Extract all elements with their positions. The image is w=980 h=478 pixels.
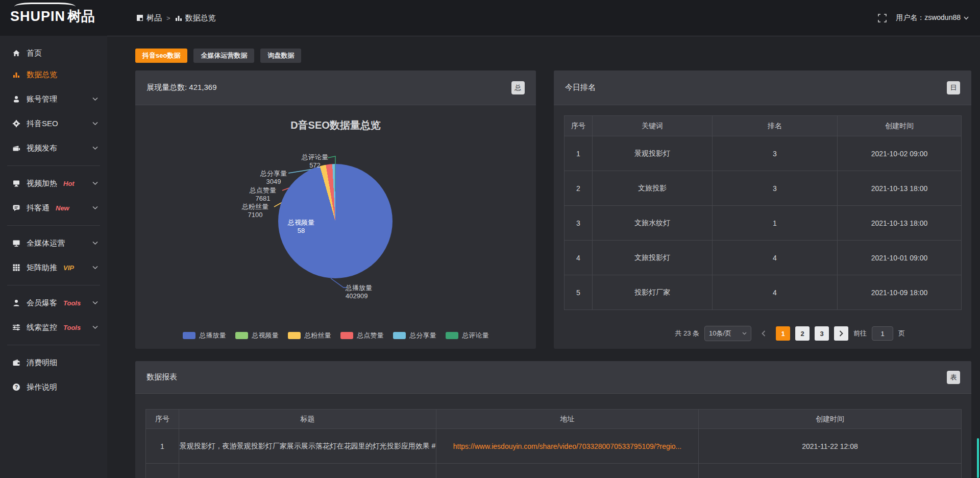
chevron-right-icon [839,330,843,337]
goto-page-input[interactable] [872,326,893,341]
username-label: 用户名：zswodun88 [896,13,961,22]
sidebar-item-label: 会员爆客 [27,298,57,308]
breadcrumb-current-label: 数据总览 [185,13,216,23]
pagination-total: 共 23 条 [675,329,699,338]
sidebar-item-omnimedia[interactable]: 全媒体运营 [0,231,107,255]
chart-legend: 总播放量 总视频量 总粉丝量 总点赞量 总分享量 总评论量 [135,331,536,340]
table-row: 5 投影灯厂家 4 2021-10-09 18:00 [565,275,962,310]
column-header-created: 创建时间 [699,410,962,429]
tools-badge: Tools [63,299,81,307]
pie-label-likes: 总点赞量 7681 [237,186,288,203]
prev-page-button[interactable] [756,326,771,341]
day-mode-button[interactable]: 日 [947,81,960,94]
sidebar-item-label: 账号管理 [27,94,57,104]
column-header-title: 标题 [179,410,436,429]
sidebar-item-label: 首页 [27,49,42,58]
chart-title: D音SEO数据量总览 [135,118,536,132]
app-logo[interactable]: SHUPIN 树品 [10,7,95,26]
sidebar-divider [7,345,100,345]
table-row-partial [146,464,962,478]
next-page-button[interactable] [834,326,848,341]
user-menu[interactable]: 用户名：zswodun88 [896,13,969,22]
ranking-table: 序号 关键词 排名 创建时间 1 景观投影灯 3 2021-10-02 09:0… [564,115,962,310]
sidebar-item-douyin-seo[interactable]: 抖音SEO [0,111,107,136]
legend-item-fans[interactable]: 总粉丝量 [288,331,331,340]
table-row: 2 文旅投影 3 2021-10-13 18:00 [565,171,962,206]
goto-suffix: 页 [898,329,905,338]
chevron-down-icon [964,16,969,20]
goto-label: 前往 [853,329,867,338]
table-row: 3 文旅水纹灯 1 2021-10-13 18:00 [565,206,962,241]
monitor-icon [12,239,20,247]
legend-item-comments[interactable]: 总评论量 [446,331,489,340]
sidebar-item-label: 矩阵助推 [27,263,57,273]
breadcrumb: 树品 > 数据总览 [136,0,216,36]
legend-item-videos[interactable]: 总视频量 [235,331,279,340]
sidebar-item-label: 抖客通 [27,203,50,213]
logo-arc [14,3,76,11]
legend-swatch [235,332,248,339]
sidebar-item-label: 全媒体运营 [27,238,65,248]
chevron-down-icon [92,181,98,185]
chevron-down-icon [92,206,98,210]
total-mode-button[interactable]: 总 [511,81,525,94]
ranking-panel-title: 今日排名 [565,83,596,92]
legend-item-likes[interactable]: 总点赞量 [340,331,384,340]
tools-badge: Tools [63,324,81,331]
sidebar-item-home[interactable]: 首页 [0,44,107,62]
new-badge: New [56,204,69,212]
legend-swatch [288,332,301,339]
sliders-icon [12,323,20,331]
sidebar-item-member-baoke[interactable]: 会员爆客 Tools [0,291,107,315]
video-camera-icon [12,144,20,152]
legend-item-plays[interactable]: 总播放量 [183,331,226,340]
tab-omnimedia-data[interactable]: 全媒体运营数据 [193,49,254,63]
sidebar-item-matrix-boost[interactable]: 矩阵助推 VIP [0,255,107,280]
page-button-1[interactable]: 1 [776,326,790,341]
sidebar-divider [7,225,100,226]
table-row: 4 文旅投影灯 4 2021-10-01 09:00 [565,241,962,275]
table-mode-button[interactable]: 表 [947,371,960,384]
hot-badge: Hot [63,180,75,187]
legend-swatch [183,332,195,339]
chevron-down-icon [92,325,98,329]
ranking-panel: 今日排名 日 序号 关键词 排名 创建时间 1 景观投影灯 3 2021-10-… [554,70,971,349]
scrollbar-thumb[interactable] [977,438,979,478]
breadcrumb-root[interactable]: 树品 [136,13,162,23]
bar-chart-icon [12,70,20,79]
column-header-url: 地址 [436,410,699,429]
sidebar-item-instructions[interactable]: ? 操作说明 [0,375,107,399]
column-header-keyword: 关键词 [593,116,713,136]
svg-text:?: ? [15,385,18,390]
tab-inquiry-data[interactable]: 询盘数据 [260,49,301,63]
legend-item-shares[interactable]: 总分享量 [393,331,436,340]
report-table: 序号 标题 地址 创建时间 1 景观投影灯，夜游景观投影灯厂家展示展示落花灯在花… [145,409,962,478]
page-button-3[interactable]: 3 [815,326,829,341]
sidebar-item-doketong[interactable]: 抖客通 New [0,196,107,220]
breadcrumb-root-label: 树品 [146,13,162,23]
sidebar-item-label: 视频加热 [27,179,57,188]
pie-label-videos: 总视频量 58 [276,219,327,235]
page-button-2[interactable]: 2 [795,326,810,341]
chart-panel-header: 展现量总数: 421,369 总 [135,70,536,105]
tab-douyin-seo-data[interactable]: 抖音seo数据 [135,49,187,63]
sidebar-divider [7,165,100,166]
fullscreen-icon[interactable] [878,14,887,22]
sidebar-item-video-heat[interactable]: 视频加热 Hot [0,171,107,196]
ranking-table-area: 序号 关键词 排名 创建时间 1 景观投影灯 3 2021-10-02 09:0… [554,105,971,348]
report-table-area: 序号 标题 地址 创建时间 1 景观投影灯，夜游景观投影灯厂家展示展示落花灯在花… [135,394,971,478]
sidebar-item-account[interactable]: 账号管理 [0,87,107,111]
page-size-select[interactable]: 10条/页 [704,326,751,341]
sidebar-item-spend-detail[interactable]: 消费明细 [0,350,107,375]
sidebar-item-data-overview[interactable]: 数据总览 [0,62,107,87]
user-icon [12,95,20,103]
table-row: 1 景观投影灯 3 2021-10-02 09:00 [565,136,962,171]
grid-icon [12,264,20,272]
table-header-row: 序号 关键词 排名 创建时间 [565,116,962,136]
chat-bubble-icon [12,204,20,212]
video-url-link[interactable]: https://www.iesdouyin.com/share/video/70… [453,442,682,450]
question-circle-icon: ? [12,383,20,391]
chevron-down-icon [92,97,98,101]
sidebar-item-video-publish[interactable]: 视频发布 [0,136,107,160]
sidebar-item-lead-monitor[interactable]: 线索监控 Tools [0,315,107,340]
